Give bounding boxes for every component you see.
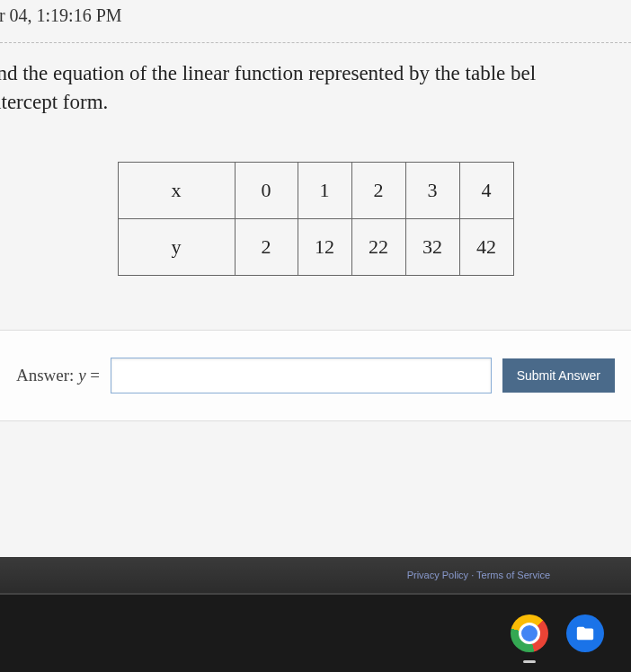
answer-equals: = [86, 366, 100, 385]
y-val-4: 42 [459, 219, 513, 276]
y-val-2: 22 [351, 219, 405, 276]
submit-button[interactable]: Submit Answer [502, 358, 615, 393]
answer-prefix: Answer: [16, 366, 78, 385]
folder-icon [575, 623, 595, 643]
active-indicator [523, 660, 536, 663]
y-val-3: 32 [405, 219, 459, 276]
answer-input[interactable] [111, 358, 492, 393]
timestamp: ar 04, 1:19:16 PM [0, 0, 631, 35]
x-val-0: 0 [235, 163, 298, 219]
question-line-1: ind the equation of the linear function … [0, 62, 536, 84]
table-row: y 2 12 22 32 42 [118, 219, 513, 276]
table-row: x 0 1 2 3 4 [118, 163, 513, 219]
answer-variable: y [78, 366, 85, 385]
x-val-1: 1 [298, 163, 351, 219]
x-val-3: 3 [405, 163, 459, 219]
divider [0, 42, 631, 43]
y-val-1: 12 [298, 219, 351, 276]
taskbar: Privacy Policy · Terms of Service [0, 593, 631, 672]
question-line-2: ntercept form. [0, 91, 108, 113]
x-val-2: 2 [351, 163, 405, 219]
x-val-4: 4 [459, 163, 513, 219]
y-header: y [118, 219, 235, 276]
answer-label: Answer: y = [16, 366, 100, 385]
chrome-icon[interactable] [511, 615, 548, 652]
question-text: ind the equation of the linear function … [0, 59, 631, 117]
footer-text: Privacy Policy · Terms of Service [407, 570, 550, 580]
data-table: x 0 1 2 3 4 y 2 12 22 32 42 [118, 162, 514, 276]
answer-section: Answer: y = Submit Answer [0, 330, 631, 421]
y-val-0: 2 [235, 219, 298, 276]
data-table-container: x 0 1 2 3 4 y 2 12 22 32 42 [0, 162, 631, 276]
x-header: x [118, 163, 235, 219]
files-icon[interactable] [566, 615, 604, 652]
